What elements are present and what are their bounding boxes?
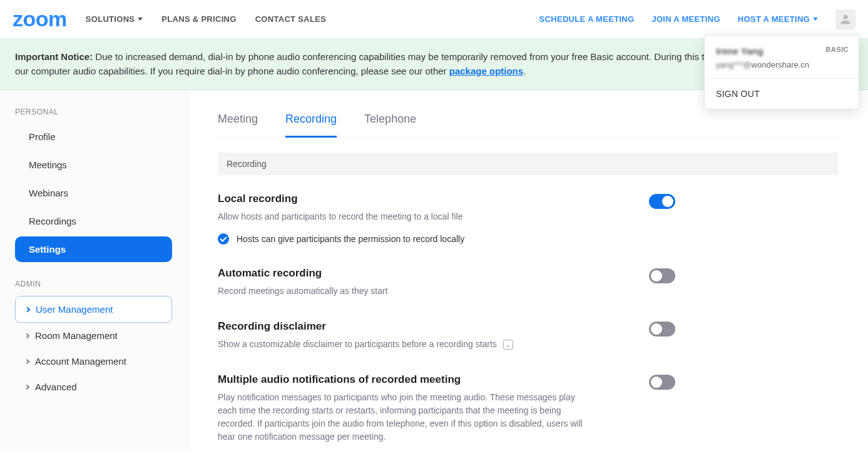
profile-dropdown: Irene Yang BASIC yang***@wondershare.cn … bbox=[704, 35, 859, 109]
chevron-right-icon bbox=[24, 358, 29, 363]
toggle-knob bbox=[651, 323, 662, 335]
user-icon bbox=[839, 13, 852, 26]
setting-left: Multiple audio notifications of recorded… bbox=[218, 373, 593, 443]
sidebar-item-advanced[interactable]: Advanced bbox=[15, 374, 172, 400]
nav-host-meeting[interactable]: HOST A MEETING bbox=[738, 14, 818, 24]
sidebar-item-profile[interactable]: Profile bbox=[15, 124, 172, 149]
profile-info: Irene Yang BASIC yang***@wondershare.cn bbox=[705, 36, 859, 79]
setting-desc-text: Show a customizable disclaimer to partic… bbox=[218, 339, 497, 349]
notice-bold: Important Notice: bbox=[15, 51, 93, 62]
sidebar-item-room-management[interactable]: Room Management bbox=[15, 323, 172, 348]
setting-desc: Allow hosts and participants to record t… bbox=[218, 210, 464, 223]
chevron-right-icon bbox=[25, 307, 30, 312]
toggle-recording-disclaimer[interactable] bbox=[649, 322, 675, 337]
nav-join-meeting[interactable]: JOIN A MEETING bbox=[651, 14, 720, 24]
sub-option-hosts-permission[interactable]: Hosts can give participants the permissi… bbox=[218, 233, 464, 245]
nav-plans-pricing[interactable]: PLANS & PRICING bbox=[161, 14, 236, 24]
nav-right: SCHEDULE A MEETING JOIN A MEETING HOST A… bbox=[539, 9, 855, 29]
sidebar-item-webinars[interactable]: Webinars bbox=[15, 180, 172, 206]
profile-avatar[interactable] bbox=[835, 9, 855, 29]
setting-local-recording: Local recording Allow hosts and particip… bbox=[218, 193, 838, 245]
sidebar-item-label: Account Management bbox=[35, 356, 126, 367]
sidebar-item-meetings[interactable]: Meetings bbox=[15, 152, 172, 178]
tab-meeting[interactable]: Meeting bbox=[218, 108, 258, 137]
sub-option-label: Hosts can give participants the permissi… bbox=[237, 234, 464, 244]
nav-solutions[interactable]: SOLUTIONS bbox=[86, 14, 143, 24]
setting-left: Automatic recording Record meetings auto… bbox=[218, 267, 388, 298]
sidebar-item-recordings[interactable]: Recordings bbox=[15, 208, 172, 234]
nav-host-meeting-label: HOST A MEETING bbox=[738, 14, 810, 24]
email-local: yang***@ bbox=[716, 60, 752, 69]
setting-title: Multiple audio notifications of recorded… bbox=[218, 373, 593, 386]
body: PERSONAL Profile Meetings Webinars Recor… bbox=[0, 90, 868, 451]
setting-automatic-recording: Automatic recording Record meetings auto… bbox=[218, 267, 838, 298]
sidebar-item-user-management[interactable]: User Management bbox=[15, 296, 172, 323]
setting-title: Recording disclaimer bbox=[218, 320, 513, 333]
chevron-right-icon bbox=[24, 333, 29, 338]
toggle-local-recording[interactable] bbox=[649, 194, 675, 209]
setting-desc: Show a customizable disclaimer to partic… bbox=[218, 338, 513, 351]
profile-email: yang***@wondershare.cn bbox=[716, 60, 847, 69]
setting-title: Local recording bbox=[218, 193, 464, 205]
sidebar-personal-heading: PERSONAL bbox=[15, 108, 172, 116]
toggle-knob bbox=[651, 270, 662, 281]
sidebar-item-label: Advanced bbox=[35, 382, 77, 392]
logo[interactable]: zoom bbox=[13, 7, 67, 31]
sidebar: PERSONAL Profile Meetings Webinars Recor… bbox=[0, 90, 188, 451]
toggle-knob bbox=[662, 196, 673, 207]
setting-left: Recording disclaimer Show a customizable… bbox=[218, 320, 513, 351]
profile-name: Irene Yang bbox=[716, 46, 763, 56]
setting-desc: Play notification messages to participan… bbox=[218, 391, 593, 443]
checkbox-checked-icon[interactable] bbox=[218, 233, 229, 245]
sidebar-item-account-management[interactable]: Account Management bbox=[15, 348, 172, 374]
nav-schedule-meeting[interactable]: SCHEDULE A MEETING bbox=[539, 14, 635, 24]
chevron-down-icon bbox=[813, 18, 818, 21]
toggle-knob bbox=[651, 377, 662, 388]
setting-desc: Record meetings automatically as they st… bbox=[218, 285, 388, 298]
info-icon[interactable]: ⌄ bbox=[503, 340, 513, 350]
toggle-audio-notifications[interactable] bbox=[649, 375, 675, 390]
setting-left: Local recording Allow hosts and particip… bbox=[218, 193, 464, 245]
setting-audio-notifications: Multiple audio notifications of recorded… bbox=[218, 373, 838, 443]
nav-left: SOLUTIONS PLANS & PRICING CONTACT SALES bbox=[86, 14, 326, 24]
setting-recording-disclaimer: Recording disclaimer Show a customizable… bbox=[218, 320, 838, 351]
package-options-link[interactable]: package options bbox=[449, 66, 523, 76]
notice-tail: . bbox=[523, 66, 526, 76]
nav-contact-sales[interactable]: CONTACT SALES bbox=[255, 14, 326, 24]
plan-badge: BASIC bbox=[825, 46, 849, 53]
nav-solutions-label: SOLUTIONS bbox=[86, 14, 135, 24]
main-content: Meeting Recording Telephone Recording Lo… bbox=[188, 90, 868, 451]
topbar: zoom SOLUTIONS PLANS & PRICING CONTACT S… bbox=[0, 0, 868, 39]
sign-out-button[interactable]: SIGN OUT bbox=[705, 79, 859, 109]
sidebar-item-label: Room Management bbox=[35, 330, 118, 341]
sidebar-item-settings[interactable]: Settings bbox=[15, 236, 172, 262]
tab-telephone[interactable]: Telephone bbox=[364, 108, 416, 137]
tab-recording[interactable]: Recording bbox=[285, 108, 337, 138]
setting-title: Automatic recording bbox=[218, 267, 388, 280]
sidebar-admin-heading: ADMIN bbox=[15, 280, 172, 288]
email-domain: wondershare.cn bbox=[752, 60, 810, 69]
section-header-recording: Recording bbox=[218, 153, 838, 175]
chevron-right-icon bbox=[24, 384, 29, 389]
chevron-down-icon bbox=[138, 18, 143, 21]
sidebar-item-label: User Management bbox=[36, 304, 113, 315]
tabs: Meeting Recording Telephone bbox=[218, 108, 838, 138]
toggle-automatic-recording[interactable] bbox=[649, 268, 675, 283]
